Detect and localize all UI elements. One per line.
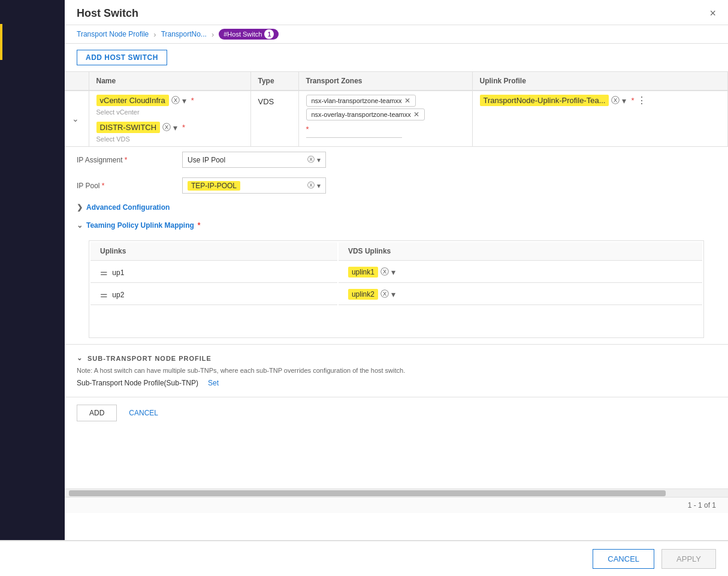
uplink-more-icon[interactable]: ⋮ (637, 95, 648, 106)
breadcrumb: Transport Node Profile › TransportNo... … (65, 25, 728, 44)
vds-uplink-1-dropdown-icon[interactable]: ▾ (391, 267, 395, 277)
panel-title: Host Switch (77, 7, 138, 20)
vcenter-dropdown-icon[interactable]: ▾ (182, 96, 186, 105)
teaming-vds-uplink-1-cell: uplink1 ⓧ ▾ (339, 262, 702, 283)
main-panel: Host Switch × Transport Node Profile › T… (65, 0, 728, 576)
vds-uplink-2-dropdown-icon[interactable]: ▾ (391, 289, 395, 299)
footer-cancel-button[interactable]: CANCEL (593, 549, 654, 569)
toolbar: ADD HOST SWITCH (65, 44, 728, 72)
vcenter-value: vCenter CloudInfra (96, 95, 169, 106)
uplink-clear-icon[interactable]: ⓧ (611, 95, 620, 106)
panel-header: Host Switch × (65, 0, 728, 25)
teaming-policy-required: * (198, 221, 201, 230)
teaming-policy-arrow: ⌄ (77, 221, 83, 230)
inner-cancel-button[interactable]: CANCEL (124, 405, 163, 421)
ip-assignment-selected: Use IP Pool (188, 156, 225, 164)
ip-pool-required: * (102, 182, 105, 190)
vds-sub-label: Select VDS (96, 135, 243, 143)
breadcrumb-separator-2: › (212, 30, 214, 39)
ip-assignment-clear-icon[interactable]: ⓧ (307, 155, 315, 165)
zone2-remove-icon[interactable]: ✕ (413, 110, 419, 119)
vds-uplink-2-clear-icon[interactable]: ⓧ (380, 289, 389, 300)
vds-uplink-1-clear-icon[interactable]: ⓧ (380, 267, 389, 278)
sub-transport-collapse-icon[interactable]: ⌄ (77, 354, 83, 362)
breadcrumb-item-2[interactable]: TransportNo... (161, 30, 207, 38)
ip-assignment-label: IP Assignment * (77, 156, 173, 164)
ip-pool-clear-icon[interactable]: ⓧ (307, 180, 315, 191)
ip-assignment-row: IP Assignment * Use IP Pool ⓧ ▾ (65, 147, 728, 173)
col-expand-header (65, 72, 89, 91)
zones-cell: nsx-vlan-transportzone-teamxx ✕ nsx-over… (298, 91, 472, 147)
uplink-dropdown-icon[interactable]: ▾ (622, 96, 626, 105)
sub-transport-title: ⌄ SUB-TRANSPORT NODE PROFILE (77, 354, 716, 362)
ip-pool-label: IP Pool * (77, 182, 173, 190)
add-host-switch-button[interactable]: ADD HOST SWITCH (77, 50, 167, 65)
zone1-chip: nsx-vlan-transportzone-teamxx ✕ (306, 95, 416, 107)
pagination-text: 1 - 1 of 1 (688, 501, 716, 509)
teaming-uplink-1-cell: ⚌ up1 (90, 262, 337, 283)
col-zones-header: Transport Zones (298, 72, 472, 91)
teaming-uplink-2: up2 (112, 291, 124, 299)
teaming-table: Uplinks VDS Uplinks ⚌ up1 uplink1 ⓧ ▾ (89, 240, 704, 338)
teaming-col-vds-uplinks: VDS Uplinks (339, 242, 702, 261)
close-button[interactable]: × (709, 7, 716, 20)
vds-uplink-2-value: uplink2 (348, 289, 378, 300)
advanced-config-toggle[interactable]: ❯ Advanced Configuration (65, 198, 728, 216)
sub-tnp-label: Sub-Transport Node Profile(Sub-TNP) (77, 379, 198, 387)
col-type-header: Type (250, 72, 298, 91)
ip-pool-arrow-icon[interactable]: ▾ (317, 182, 321, 190)
vds-value: DISTR-SWITCH (96, 122, 161, 133)
host-switch-badge: #Host Switch 1 (219, 29, 279, 40)
zones-required: * (306, 125, 309, 134)
sub-tnp-set-link[interactable]: Set (208, 379, 219, 387)
vds-dropdown-icon[interactable]: ▾ (173, 123, 177, 132)
ip-pool-value: TEP-IP-POOL ⓧ ▾ (182, 177, 326, 194)
teaming-empty-row (90, 306, 702, 336)
vcenter-clear-icon[interactable]: ⓧ (171, 95, 180, 106)
teaming-uplink-1: up1 (112, 269, 124, 277)
inner-add-button[interactable]: ADD (77, 405, 117, 421)
scrollbar-thumb[interactable] (69, 490, 666, 496)
left-sidebar (0, 0, 65, 576)
teaming-policy-label: Teaming Policy Uplink Mapping (86, 221, 194, 230)
badge-number: 1 (264, 29, 274, 39)
vds-required: * (182, 123, 185, 132)
teaming-policy-toggle[interactable]: ⌄ Teaming Policy Uplink Mapping * (65, 216, 728, 234)
ip-pool-row: IP Pool * TEP-IP-POOL ⓧ ▾ (65, 173, 728, 198)
ip-assignment-arrow-icon[interactable]: ▾ (317, 156, 321, 164)
breadcrumb-item-1[interactable]: Transport Node Profile (77, 30, 149, 38)
zone1-remove-icon[interactable]: ✕ (404, 96, 410, 105)
type-value: VDS (258, 97, 274, 106)
table-row: ⌄ vCenter CloudInfra ⓧ ▾ * Select vCente… (65, 91, 728, 147)
sub-transport-title-text: SUB-TRANSPORT NODE PROFILE (87, 355, 212, 362)
teaming-col-uplinks: Uplinks (90, 242, 337, 261)
pagination-bar: 1 - 1 of 1 (65, 497, 728, 513)
zone2-text: nsx-overlay-transportzone-teamxx (312, 111, 411, 118)
ip-pool-select[interactable]: TEP-IP-POOL ⓧ ▾ (182, 177, 326, 194)
ip-pool-selected: TEP-IP-POOL (188, 181, 240, 191)
sub-transport-section: ⌄ SUB-TRANSPORT NODE PROFILE Note: A hos… (65, 344, 728, 397)
vcenter-required: * (191, 96, 194, 105)
teaming-row-1: ⚌ up1 uplink1 ⓧ ▾ (90, 262, 702, 283)
spacer (65, 429, 728, 488)
left-accent (0, 24, 2, 60)
content-area: Name Type Transport Zones Uplink Profile… (65, 72, 728, 576)
footer-apply-button[interactable]: APPLY (661, 549, 716, 569)
uplink1-drag-icon: ⚌ (100, 267, 108, 277)
uplink-required: * (631, 96, 634, 105)
row-expand-button[interactable]: ⌄ (72, 114, 79, 123)
vds-clear-icon[interactable]: ⓧ (162, 122, 171, 133)
teaming-row-2: ⚌ up2 uplink2 ⓧ ▾ (90, 284, 702, 305)
col-name-header: Name (89, 72, 250, 91)
badge-text: #Host Switch (223, 31, 262, 38)
footer: CANCEL APPLY (0, 540, 728, 576)
host-switch-table: Name Type Transport Zones Uplink Profile… (65, 72, 728, 147)
inner-action-row: ADD CANCEL (65, 397, 728, 429)
sub-transport-note: Note: A host switch can have multiple su… (77, 367, 716, 374)
ip-assignment-value: Use IP Pool ⓧ ▾ (182, 152, 326, 168)
advanced-config-label: Advanced Configuration (86, 203, 170, 212)
type-cell: VDS (250, 91, 298, 147)
horizontal-scrollbar[interactable] (65, 488, 728, 497)
ip-assignment-select[interactable]: Use IP Pool ⓧ ▾ (182, 152, 326, 168)
sub-tnp-row: Sub-Transport Node Profile(Sub-TNP) Set (77, 379, 716, 387)
